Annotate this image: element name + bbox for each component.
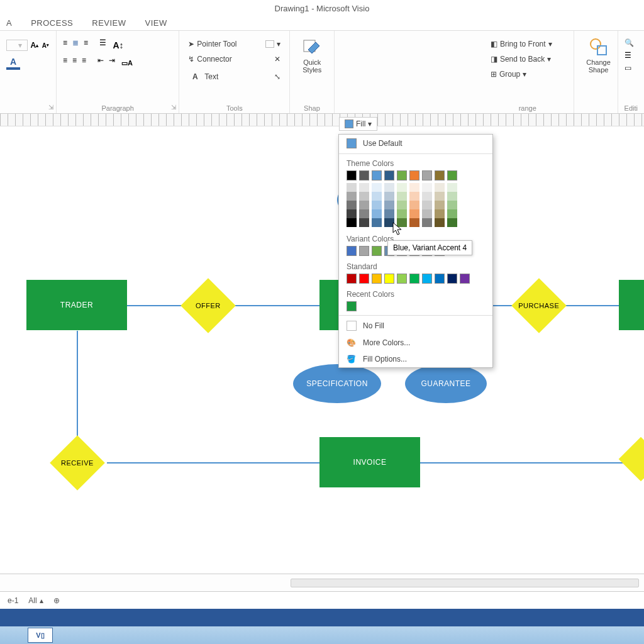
- find-icon[interactable]: 🔍: [625, 38, 638, 47]
- pointer-tool-button[interactable]: ➤ Pointer Tool ▾: [186, 38, 283, 50]
- color-swatch[interactable]: [422, 170, 432, 180]
- color-swatch[interactable]: [347, 183, 357, 192]
- color-swatch[interactable]: [435, 209, 445, 218]
- color-swatch[interactable]: [447, 183, 457, 192]
- color-swatch[interactable]: [397, 170, 407, 180]
- page-tab[interactable]: e-1: [8, 596, 18, 605]
- relationship-offer[interactable]: OFFER: [180, 278, 236, 333]
- color-swatch[interactable]: [409, 209, 419, 218]
- connector-tool-button[interactable]: ↯ Connector ✕: [186, 53, 283, 65]
- color-swatch[interactable]: [347, 301, 357, 311]
- color-swatch[interactable]: [397, 192, 407, 201]
- color-swatch[interactable]: [397, 183, 407, 192]
- color-swatch[interactable]: [372, 274, 382, 284]
- color-swatch[interactable]: [347, 209, 357, 218]
- color-swatch[interactable]: [435, 201, 445, 209]
- more-colors-item[interactable]: 🎨 More Colors...: [339, 335, 492, 351]
- valign-top-icon[interactable]: ≡: [63, 56, 67, 70]
- change-shape-button[interactable]: Change Shape: [580, 35, 617, 76]
- color-swatch[interactable]: [347, 274, 357, 284]
- color-swatch[interactable]: [359, 170, 369, 180]
- color-swatch[interactable]: [359, 218, 369, 227]
- text-direction-icon[interactable]: A↕: [111, 38, 125, 52]
- color-swatch[interactable]: [372, 192, 382, 201]
- color-swatch[interactable]: [384, 170, 394, 180]
- color-swatch[interactable]: [359, 201, 369, 209]
- color-swatch[interactable]: [435, 274, 445, 284]
- color-swatch[interactable]: [409, 192, 419, 201]
- select-icon[interactable]: ▭: [625, 64, 638, 72]
- color-swatch[interactable]: [422, 218, 432, 227]
- rectangle-icon[interactable]: [265, 40, 274, 48]
- color-swatch[interactable]: [422, 192, 432, 201]
- color-swatch[interactable]: [384, 192, 394, 201]
- color-swatch[interactable]: [409, 201, 419, 209]
- color-swatch[interactable]: [422, 209, 432, 218]
- no-fill-item[interactable]: No Fill: [339, 317, 492, 335]
- color-swatch[interactable]: [435, 192, 445, 201]
- font-size-box[interactable]: ▾: [6, 40, 28, 51]
- send-back-button[interactable]: ◨ Send to Back▾: [488, 53, 567, 65]
- entity-right[interactable]: [619, 280, 644, 330]
- color-swatch[interactable]: [372, 201, 382, 209]
- relationship-purchase[interactable]: PURCHASE: [511, 278, 567, 333]
- quick-styles-button[interactable]: Quick Styles: [294, 35, 330, 76]
- color-swatch[interactable]: [409, 218, 419, 227]
- color-swatch[interactable]: [422, 274, 432, 284]
- color-swatch[interactable]: [384, 209, 394, 218]
- color-swatch[interactable]: [447, 274, 457, 284]
- color-swatch[interactable]: [409, 183, 419, 192]
- text-tool-button[interactable]: A Text ⤡: [186, 69, 283, 85]
- indent-inc-icon[interactable]: ⇥: [109, 56, 115, 70]
- color-swatch[interactable]: [372, 209, 382, 218]
- color-swatch[interactable]: [347, 246, 357, 256]
- color-swatch[interactable]: [384, 274, 394, 284]
- color-swatch[interactable]: [347, 192, 357, 201]
- color-swatch[interactable]: [359, 246, 369, 256]
- color-swatch[interactable]: [409, 170, 419, 180]
- rectangle-drop-icon[interactable]: ▾: [277, 40, 280, 48]
- tab-view[interactable]: VIEW: [145, 18, 167, 28]
- relationship-receive[interactable]: RECEIVE: [50, 435, 105, 491]
- color-swatch[interactable]: [422, 201, 432, 209]
- color-swatch[interactable]: [435, 183, 445, 192]
- bullets-icon[interactable]: ☰: [99, 38, 106, 52]
- color-swatch[interactable]: [372, 170, 382, 180]
- delete-icon[interactable]: ✕: [274, 55, 280, 64]
- align-right-icon[interactable]: ≡: [84, 38, 88, 52]
- color-swatch[interactable]: [359, 274, 369, 284]
- color-swatch[interactable]: [347, 170, 357, 180]
- color-swatch[interactable]: [460, 274, 470, 284]
- color-swatch[interactable]: [397, 274, 407, 284]
- text-drop-icon[interactable]: ⤡: [274, 72, 280, 81]
- all-pages-button[interactable]: All ▴: [28, 596, 43, 605]
- attribute-specification[interactable]: SPECIFICATION: [293, 364, 381, 403]
- layers-icon[interactable]: ☰: [625, 51, 638, 60]
- bring-front-button[interactable]: ◧ Bring to Front▾: [488, 38, 567, 50]
- use-default-item[interactable]: Use Default: [339, 135, 492, 152]
- color-swatch[interactable]: [397, 209, 407, 218]
- align-center-icon[interactable]: ≣: [72, 38, 79, 52]
- color-swatch[interactable]: [447, 218, 457, 227]
- tab-review[interactable]: REVIEW: [92, 18, 126, 28]
- color-swatch[interactable]: [447, 170, 457, 180]
- color-swatch[interactable]: [359, 192, 369, 201]
- color-swatch[interactable]: [359, 209, 369, 218]
- add-page-button[interactable]: ⊕: [53, 596, 60, 605]
- indent-dec-icon[interactable]: ⇤: [97, 56, 104, 70]
- relationship-right[interactable]: [619, 437, 644, 482]
- color-swatch[interactable]: [447, 192, 457, 201]
- paragraph-launcher-icon[interactable]: ⇲: [171, 104, 176, 111]
- color-swatch[interactable]: [422, 183, 432, 192]
- valign-bot-icon[interactable]: ≡: [82, 56, 86, 70]
- fill-options-item[interactable]: 🪣 Fill Options...: [339, 351, 492, 367]
- tab-1[interactable]: A: [6, 18, 12, 28]
- font-color-icon[interactable]: A: [6, 56, 20, 70]
- grow-font-icon[interactable]: A▴: [30, 38, 38, 52]
- text-block-icon[interactable]: ▭A: [120, 56, 134, 70]
- color-swatch[interactable]: [359, 183, 369, 192]
- entity-trader[interactable]: TRADER: [26, 280, 127, 330]
- color-swatch[interactable]: [447, 209, 457, 218]
- color-swatch[interactable]: [435, 170, 445, 180]
- horizontal-scrollbar[interactable]: [291, 579, 639, 587]
